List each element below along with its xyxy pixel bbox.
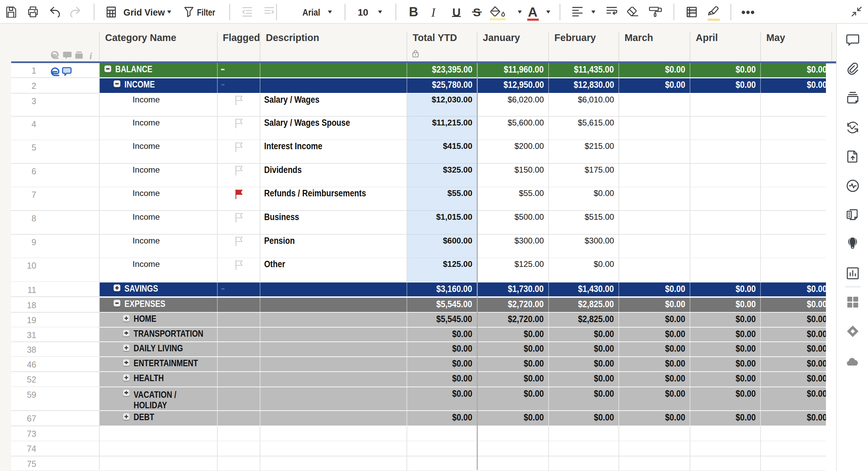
svg-text:i: i [90,51,92,60]
